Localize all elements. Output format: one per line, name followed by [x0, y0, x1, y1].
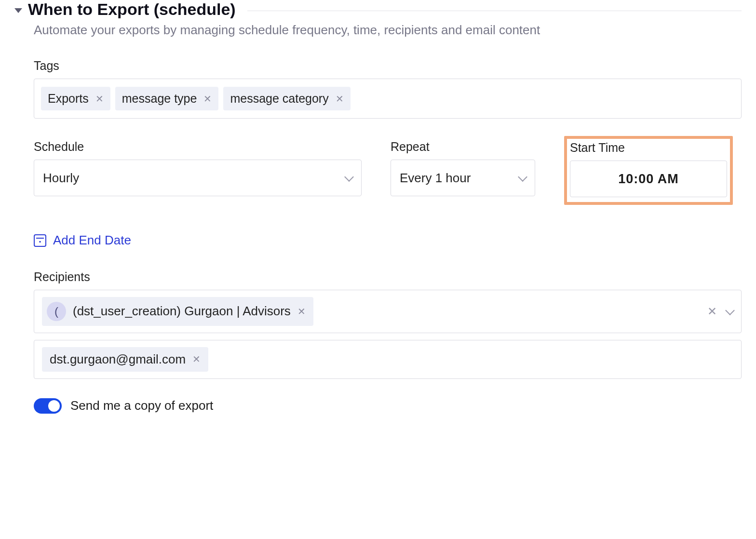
- send-copy-row: Send me a copy of export: [34, 398, 742, 414]
- close-icon[interactable]: ✕: [192, 353, 201, 365]
- tags-input[interactable]: Exports ✕ message type ✕ message categor…: [34, 79, 742, 119]
- recipients-label: Recipients: [34, 270, 742, 284]
- schedule-value: Hourly: [43, 171, 79, 186]
- start-time-value: 10:00 AM: [618, 172, 679, 187]
- start-time-field-highlighted: Start Time 10:00 AM: [564, 136, 733, 205]
- add-end-date-text: Add End Date: [53, 233, 131, 248]
- repeat-label: Repeat: [391, 140, 535, 154]
- send-copy-toggle[interactable]: [34, 398, 62, 414]
- repeat-select[interactable]: Every 1 hour: [391, 160, 535, 196]
- chevron-down-icon[interactable]: [725, 306, 735, 315]
- collapse-caret-icon[interactable]: [14, 8, 22, 13]
- section-title: When to Export (schedule): [28, 0, 236, 19]
- recipients-group-input[interactable]: ( (dst_user_creation) Gurgaon | Advisors…: [34, 290, 742, 333]
- recipient-box-actions: ✕: [707, 305, 733, 318]
- recipient-group-pill: ( (dst_user_creation) Gurgaon | Advisors…: [42, 297, 313, 326]
- schedule-field: Schedule Hourly: [34, 140, 362, 196]
- chevron-down-icon: [518, 172, 527, 182]
- tags-field: Tags Exports ✕ message type ✕ message ca…: [34, 59, 742, 119]
- recipient-group-name: (dst_user_creation) Gurgaon | Advisors: [73, 304, 291, 319]
- start-time-input[interactable]: 10:00 AM: [570, 161, 727, 197]
- schedule-row: Schedule Hourly Repeat Every 1 hour Star…: [34, 140, 742, 205]
- divider: [247, 11, 742, 11]
- close-icon[interactable]: ✕: [297, 306, 306, 317]
- tag-item: message category ✕: [223, 87, 350, 110]
- close-icon[interactable]: ✕: [95, 93, 104, 105]
- send-copy-label: Send me a copy of export: [70, 398, 213, 413]
- recipients-field: Recipients ( (dst_user_creation) Gurgaon…: [34, 270, 742, 379]
- tag-text: Exports: [48, 92, 89, 106]
- tags-label: Tags: [34, 59, 742, 73]
- repeat-field: Repeat Every 1 hour: [391, 140, 535, 196]
- tag-item: message type ✕: [115, 87, 219, 110]
- tag-text: message category: [230, 92, 328, 106]
- avatar: (: [47, 302, 66, 321]
- recipient-email-pill: dst.gurgaon@gmail.com ✕: [42, 347, 208, 372]
- clear-all-icon[interactable]: ✕: [707, 305, 717, 318]
- close-icon[interactable]: ✕: [336, 93, 344, 105]
- chevron-down-icon: [344, 172, 354, 182]
- recipients-email-input[interactable]: dst.gurgaon@gmail.com ✕: [34, 340, 742, 379]
- tag-item: Exports ✕: [41, 87, 110, 110]
- close-icon[interactable]: ✕: [203, 93, 212, 105]
- recipient-email: dst.gurgaon@gmail.com: [50, 352, 186, 367]
- tag-text: message type: [122, 92, 197, 106]
- section-header: When to Export (schedule): [14, 0, 742, 19]
- schedule-label: Schedule: [34, 140, 362, 154]
- section-subtitle: Automate your exports by managing schedu…: [34, 23, 742, 38]
- schedule-select[interactable]: Hourly: [34, 160, 362, 196]
- calendar-icon: [34, 234, 46, 247]
- start-time-label: Start Time: [570, 141, 727, 155]
- repeat-value: Every 1 hour: [400, 171, 471, 186]
- add-end-date-link[interactable]: Add End Date: [34, 233, 131, 248]
